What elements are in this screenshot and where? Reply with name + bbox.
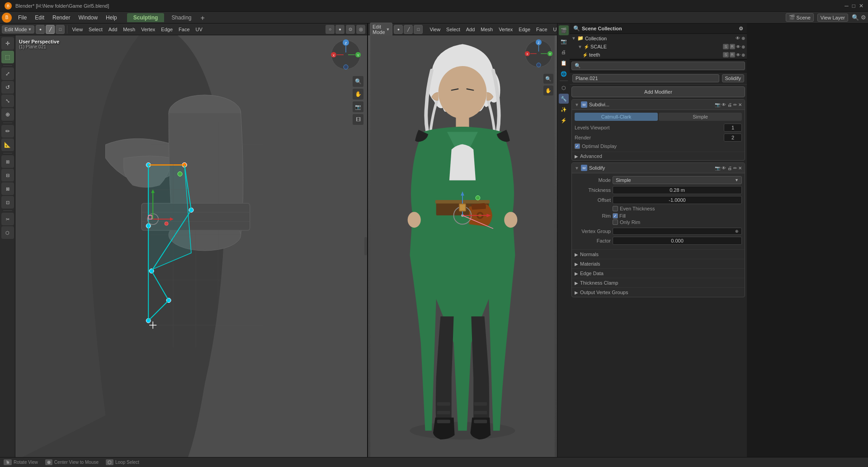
settings-icon[interactable]: ⚙ [861,14,866,21]
subdiv-render-icon[interactable]: 🖨 [727,102,732,107]
r-face-menu[interactable]: Face [534,26,549,33]
solidify-edit-icon[interactable]: ✏ [733,166,737,171]
bevel-tool[interactable]: ⊠ [1,182,14,195]
props-search[interactable]: 🔍 [571,62,745,70]
scale-eye-icon[interactable]: 👁 [736,44,741,49]
render-btn[interactable]: 🎞 [353,114,363,125]
solidify-delete-btn[interactable]: ✕ [738,166,742,171]
right-3d-viewport[interactable]: Z Y X 🔍 ✋ [368,35,557,457]
prop-scene-icon[interactable]: 🎬 [559,25,569,35]
move-tool[interactable]: ⤢ [1,67,14,80]
nav-gizmo-left[interactable]: Z Y X [330,39,362,72]
edge-mode-btn[interactable]: ╱ [46,25,55,34]
catmull-clark-tab[interactable]: Catmull-Clark [575,113,658,121]
col-disable-icon[interactable]: ⊕ [741,36,745,41]
search-icon[interactable]: 🔍 [852,14,859,21]
r-pan-btn[interactable]: ✋ [543,86,553,95]
minimize-btn[interactable]: ─ [844,3,849,9]
right-edit-mode-dropdown[interactable]: Edit Mode ▼ [370,23,392,36]
select-menu[interactable]: Select [86,26,105,33]
add-modifier-btn[interactable]: Add Modifier [571,86,745,97]
col-eye-icon[interactable]: 👁 [736,36,740,41]
mode-dropdown[interactable]: Simple ▼ [613,176,742,184]
prop-modifier-icon[interactable]: 🔧 [559,94,569,104]
output-vertex-groups-toggle[interactable]: ▶ Output Vertex Groups [572,287,745,297]
prop-view-layer-icon[interactable]: 📋 [559,58,569,68]
zoom-btn[interactable]: 🔍 [353,76,363,87]
r-edge-mode[interactable]: ╱ [404,25,413,34]
scene-selector[interactable]: 🎬 Scene [786,13,814,22]
add-workspace-btn[interactable]: + [198,14,206,22]
vertex-mode-btn[interactable]: ● [36,25,45,34]
tab-shading[interactable]: Shading [165,13,198,22]
measure-tool[interactable]: 📐 [1,138,14,151]
render-value[interactable]: 2 [724,133,742,142]
r-mesh-menu[interactable]: Mesh [478,26,495,33]
solidify-expand-btn[interactable]: ▼ [575,166,579,171]
subdiv-advanced-toggle[interactable]: ▶ Advanced [572,152,745,160]
rotate-tool[interactable]: ↺ [1,81,14,94]
extrude-tool[interactable]: ⊡ [1,196,14,209]
maximize-btn[interactable]: □ [852,3,855,9]
cursor-tool[interactable]: ✛ [1,37,14,50]
materials-toggle[interactable]: ▶ Materials [572,259,745,268]
normals-toggle[interactable]: ▶ Normals [572,249,745,259]
subdiv-expand-btn[interactable]: ▼ [575,102,579,107]
knife-tool[interactable]: ✂ [1,213,14,225]
camera-btn[interactable]: 📷 [353,101,363,112]
prop-scene2-icon[interactable]: 🌐 [559,69,569,79]
scale-restrict-icon[interactable]: ⊕ [741,44,745,49]
offset-field[interactable]: -1.0000 [613,196,742,204]
select-box-tool[interactable]: ⬚ [1,51,14,63]
nav-gizmo-right[interactable]: Z Y X [524,39,553,70]
r-edge-menu[interactable]: Edge [516,26,533,33]
scene-collection-search[interactable]: 🔍 [573,25,580,32]
prop-particles-icon[interactable]: ✨ [559,105,569,114]
menu-window[interactable]: Window [75,13,101,22]
add-menu[interactable]: Add [106,26,120,33]
edge-data-toggle[interactable]: ▶ Edge Data [572,268,745,278]
object-name-field[interactable]: Plane.021 [572,74,719,82]
edit-mode-dropdown[interactable]: Edit Mode ▼ [2,25,34,33]
subdiv-cam-icon[interactable]: 📷 [715,102,720,107]
viewport-shading-solid[interactable]: ● [335,25,344,34]
collection-item[interactable]: ▼ 📁 Collection 👁 ⊕ [570,34,747,43]
edge-menu[interactable]: Edge [159,26,175,33]
r-add-menu[interactable]: Add [464,26,477,33]
menu-edit[interactable]: Edit [31,13,48,22]
prop-render-icon[interactable]: 📷 [559,36,569,46]
r-vertex-mode[interactable]: ● [394,25,403,34]
simple-tab[interactable]: Simple [659,113,742,121]
teeth-item[interactable]: ⚡ teeth S R 👁 ⊕ [570,51,747,59]
only-rim-checkbox[interactable] [613,219,618,225]
factor-field[interactable]: 0.000 [613,237,742,245]
pan-btn[interactable]: ✋ [353,89,363,100]
annotate-tool[interactable]: ✏ [1,125,14,138]
fill-checkbox[interactable]: ✓ [613,213,618,219]
prop-physics-icon[interactable]: ⚡ [559,115,569,125]
face-menu[interactable]: Face [176,26,192,33]
viewport-resize-handle[interactable] [364,237,367,255]
view-menu[interactable]: View [70,26,85,33]
thickness-field[interactable]: 0.28 m [613,186,742,194]
uv-menu[interactable]: UV [193,26,205,33]
solidify-cam-icon[interactable]: 📷 [715,166,720,171]
prop-output-icon[interactable]: 🖨 [559,47,569,57]
teeth-eye-icon[interactable]: 👁 [736,52,741,57]
inset-tool[interactable]: ⊟ [1,169,14,181]
r-zoom-btn[interactable]: 🔍 [543,74,553,84]
subdiv-delete-btn[interactable]: ✕ [738,102,742,107]
overlay-btn[interactable]: ⊙ [346,25,355,34]
subdiv-edit-icon[interactable]: ✏ [733,102,737,107]
vertex-menu[interactable]: Vertex [139,26,157,33]
left-3d-viewport[interactable]: User Perspective (1) Plane.021 Z Y [15,35,367,457]
scale-tool[interactable]: ⤡ [1,95,14,107]
poly-build-tool[interactable]: ⬡ [1,226,14,239]
outliner-filter[interactable]: ⚙ [739,26,743,32]
levels-value[interactable]: 1 [724,124,742,132]
loop-cut-tool[interactable]: ⊞ [1,155,14,168]
mesh-menu[interactable]: Mesh [121,26,137,33]
teeth-restrict-icon[interactable]: ⊕ [741,52,745,57]
subdiv-show-icon[interactable]: 👁 [722,102,726,107]
r-view-menu[interactable]: View [427,26,443,33]
